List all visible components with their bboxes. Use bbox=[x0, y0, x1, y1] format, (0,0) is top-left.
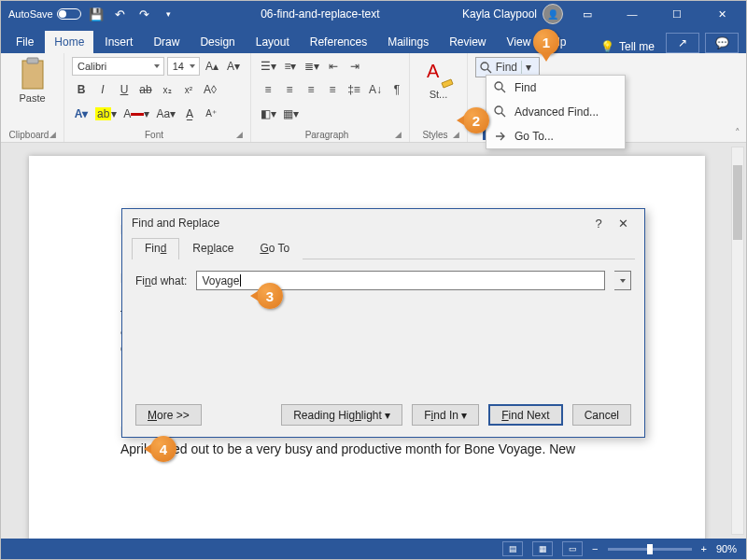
bold-button[interactable]: B bbox=[72, 80, 91, 99]
dialog-title: Find and Replace bbox=[132, 217, 219, 230]
dialog-close-icon[interactable]: ✕ bbox=[611, 217, 635, 231]
menu-find[interactable]: Find bbox=[486, 76, 625, 100]
styles-button[interactable]: A St... bbox=[417, 57, 459, 100]
svg-point-7 bbox=[495, 106, 502, 114]
autosave-toggle[interactable]: AutoSave bbox=[8, 8, 81, 20]
sort-icon[interactable]: A↓ bbox=[366, 80, 385, 99]
dialog-tab-replace[interactable]: Replace bbox=[179, 238, 247, 259]
multilevel-icon[interactable]: ≣▾ bbox=[303, 57, 321, 76]
find-next-button[interactable]: Find Next bbox=[488, 404, 562, 426]
superscript-button[interactable]: x² bbox=[179, 80, 198, 99]
justify-icon[interactable]: ≡ bbox=[323, 80, 342, 99]
align-left-icon[interactable]: ≡ bbox=[259, 80, 277, 99]
text-effects-icon[interactable]: A▾ bbox=[72, 105, 91, 123]
change-case-icon[interactable]: Aa▾ bbox=[154, 105, 177, 123]
collapse-ribbon-icon[interactable]: ˄ bbox=[735, 127, 740, 139]
search-icon bbox=[494, 105, 507, 119]
cancel-button[interactable]: Cancel bbox=[572, 404, 631, 426]
share-button[interactable]: ↗ bbox=[666, 33, 699, 53]
menu-goto[interactable]: Go To... bbox=[486, 124, 625, 148]
tab-design[interactable]: Design bbox=[190, 31, 244, 53]
zoom-out-icon[interactable]: − bbox=[592, 543, 598, 554]
ribbon-options-icon[interactable]: ▭ bbox=[567, 1, 608, 27]
comments-button[interactable]: 💬 bbox=[705, 33, 739, 53]
svg-point-5 bbox=[495, 82, 502, 90]
find-what-history-dropdown[interactable] bbox=[614, 271, 631, 290]
minimize-icon[interactable]: — bbox=[612, 1, 653, 27]
font-name-combo[interactable]: Calibri bbox=[72, 57, 164, 76]
paste-button[interactable]: Paste bbox=[8, 57, 56, 104]
account-button[interactable]: Kayla Claypool 👤 bbox=[462, 4, 563, 24]
shading-icon[interactable]: ◧▾ bbox=[259, 105, 278, 123]
tab-references[interactable]: References bbox=[301, 31, 376, 53]
svg-rect-1 bbox=[27, 58, 38, 63]
zoom-level[interactable]: 90% bbox=[716, 543, 737, 554]
zoom-in-icon[interactable]: + bbox=[701, 543, 707, 554]
shrink-font-icon[interactable]: A▾ bbox=[224, 57, 243, 76]
bullets-icon[interactable]: ☰▾ bbox=[259, 57, 278, 76]
svg-rect-0 bbox=[22, 61, 43, 89]
redo-icon[interactable]: ↷ bbox=[135, 5, 154, 23]
zoom-slider[interactable] bbox=[608, 548, 692, 551]
status-bar: ▤ ▦ ▭ − + 90% bbox=[1, 539, 746, 559]
find-in-button[interactable]: Find In ▾ bbox=[412, 404, 479, 426]
highlight-icon[interactable]: ab▾ bbox=[93, 105, 119, 123]
avatar-icon: 👤 bbox=[543, 4, 563, 24]
align-center-icon[interactable]: ≡ bbox=[280, 80, 299, 99]
more-button[interactable]: More >> bbox=[135, 404, 202, 426]
underline-button[interactable]: U bbox=[115, 80, 134, 99]
numbering-icon[interactable]: ≡▾ bbox=[281, 57, 300, 76]
close-icon[interactable]: ✕ bbox=[701, 1, 742, 27]
font-size-combo[interactable]: 14 bbox=[167, 57, 200, 76]
show-marks-icon[interactable]: ¶ bbox=[388, 80, 406, 99]
italic-button[interactable]: I bbox=[93, 80, 112, 99]
tab-home[interactable]: Home bbox=[45, 31, 93, 53]
find-dropdown-arrow[interactable]: ▾ bbox=[521, 61, 535, 74]
align-right-icon[interactable]: ≡ bbox=[302, 80, 320, 99]
tab-insert[interactable]: Insert bbox=[95, 31, 142, 53]
tab-mailings[interactable]: Mailings bbox=[378, 31, 438, 53]
tab-layout[interactable]: Layout bbox=[247, 31, 299, 53]
dialog-help-icon[interactable]: ? bbox=[586, 217, 611, 231]
dialog-titlebar[interactable]: Find and Replace ? ✕ bbox=[122, 209, 644, 237]
maximize-icon[interactable]: ☐ bbox=[656, 1, 698, 27]
search-icon bbox=[480, 62, 492, 74]
decrease-indent-icon[interactable]: ⇤ bbox=[324, 57, 343, 76]
callout-2: 2 bbox=[463, 107, 489, 133]
borders-icon[interactable]: ▦▾ bbox=[281, 105, 301, 123]
clear-format-icon[interactable]: A◊ bbox=[201, 80, 219, 99]
grow-font-icon[interactable]: A▴ bbox=[203, 57, 221, 76]
vertical-scrollbar[interactable] bbox=[731, 147, 744, 535]
callout-4: 4 bbox=[150, 436, 176, 462]
menu-advanced-find[interactable]: Advanced Find... bbox=[486, 100, 625, 124]
increase-indent-icon[interactable]: ⇥ bbox=[345, 57, 364, 76]
dialog-tab-find[interactable]: Find bbox=[132, 238, 179, 259]
undo-icon[interactable]: ↶ bbox=[111, 5, 130, 23]
find-what-input[interactable]: Voyage bbox=[196, 271, 605, 290]
ribbon-tabs: File Home Insert Draw Design Layout Refe… bbox=[1, 27, 746, 53]
read-mode-icon[interactable]: ▤ bbox=[502, 541, 523, 556]
save-icon[interactable]: 💾 bbox=[87, 5, 106, 23]
ribbon: Paste Clipboard◢ Calibri 14 A▴ A▾ B I U … bbox=[1, 53, 746, 143]
arrow-right-icon bbox=[494, 130, 507, 143]
subscript-button[interactable]: x₂ bbox=[158, 80, 176, 99]
tell-me-search[interactable]: 💡 Tell me bbox=[593, 40, 662, 53]
search-icon bbox=[494, 81, 507, 94]
dialog-tab-goto[interactable]: Go To bbox=[247, 238, 303, 259]
group-styles: A St... Styles◢ bbox=[410, 53, 468, 142]
font-color-icon[interactable]: A▾ bbox=[121, 105, 151, 123]
strike-button[interactable]: ab bbox=[136, 80, 155, 99]
tab-draw[interactable]: Draw bbox=[144, 31, 189, 53]
web-layout-icon[interactable]: ▭ bbox=[562, 541, 583, 556]
svg-line-6 bbox=[501, 89, 505, 92]
print-layout-icon[interactable]: ▦ bbox=[532, 541, 553, 556]
doc-text: April turned out to be a very busy and p… bbox=[120, 441, 627, 458]
char-border-icon[interactable]: A̲ bbox=[180, 105, 199, 123]
phonetic-icon[interactable]: A⁺ bbox=[202, 105, 220, 123]
tab-file[interactable]: File bbox=[7, 31, 43, 53]
tab-review[interactable]: Review bbox=[440, 31, 495, 53]
qat-more-icon[interactable]: ▾ bbox=[160, 5, 178, 23]
group-paragraph: ☰▾ ≡▾ ≣▾ ⇤ ⇥ ≡ ≡ ≡ ≡ ‡≡ A↓ ¶ ◧▾ ▦▾ Parag… bbox=[251, 53, 410, 142]
line-spacing-icon[interactable]: ‡≡ bbox=[345, 80, 363, 99]
reading-highlight-button[interactable]: Reading Highlight ▾ bbox=[281, 404, 402, 426]
